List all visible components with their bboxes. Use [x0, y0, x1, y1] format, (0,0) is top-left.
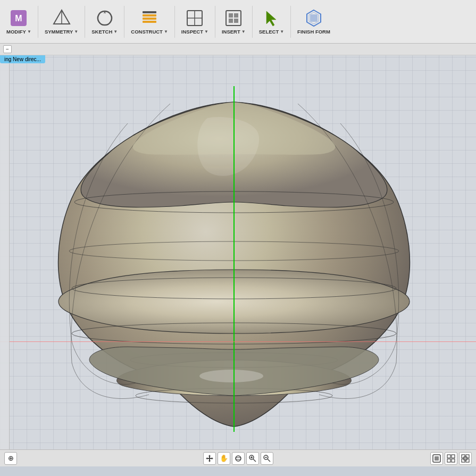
- select-tool[interactable]: SELECT ▼: [255, 6, 288, 37]
- main-toolbar: M MODIFY ▼ SYMMETRY ▼: [0, 0, 476, 44]
- svg-rect-6: [143, 21, 156, 23]
- svg-rect-40: [452, 455, 455, 458]
- pan-icon[interactable]: ✋: [218, 452, 230, 465]
- svg-line-35: [268, 459, 270, 462]
- svg-text:M: M: [15, 14, 22, 23]
- orbit-icon[interactable]: [232, 452, 245, 465]
- symmetry-tool[interactable]: SYMMETRY ▼: [40, 6, 82, 37]
- inspect-icon: [185, 9, 204, 28]
- sketch-label: SKETCH ▼: [91, 29, 118, 35]
- svg-line-31: [253, 459, 256, 462]
- insert-icon: [224, 9, 243, 28]
- svg-rect-42: [452, 459, 455, 462]
- modify-label: MODIFY ▼: [6, 29, 31, 35]
- sketch-tool[interactable]: SKETCH ▼: [87, 6, 122, 37]
- svg-rect-38: [435, 456, 439, 461]
- svg-point-27: [199, 370, 263, 382]
- construct-icon: [140, 9, 159, 28]
- inspect-tool[interactable]: INSPECT ▼: [177, 6, 213, 37]
- symmetry-label: SYMMETRY ▼: [45, 29, 78, 35]
- 3d-shape: [43, 86, 425, 432]
- zoom-fit-icon[interactable]: [261, 452, 273, 465]
- left-panel: [0, 55, 10, 460]
- select-icon: [262, 9, 281, 28]
- svg-rect-11: [226, 11, 241, 26]
- sep4: [174, 6, 175, 38]
- status-bar: ⊕ ✋: [0, 449, 476, 466]
- construct-tool[interactable]: CONSTRUCT ▼: [127, 6, 172, 37]
- svg-rect-14: [229, 19, 233, 23]
- svg-rect-7: [143, 11, 156, 13]
- vertical-axis: [233, 86, 235, 432]
- svg-rect-13: [234, 13, 238, 18]
- notification-bar: ing New direc...: [0, 55, 45, 63]
- display-mode-icon[interactable]: [430, 452, 443, 465]
- svg-rect-12: [229, 13, 233, 18]
- sep3: [124, 6, 124, 38]
- insert-tool[interactable]: INSERT ▼: [218, 6, 250, 37]
- move-icon[interactable]: [203, 452, 216, 465]
- grid-toggle-icon[interactable]: [445, 452, 457, 465]
- sep7: [290, 6, 291, 38]
- svg-marker-16: [266, 11, 276, 26]
- select-label: SELECT ▼: [259, 29, 284, 35]
- svg-point-28: [236, 456, 241, 461]
- status-plus-icon[interactable]: ⊕: [4, 452, 17, 465]
- finish-form-label: FINISH FORM: [297, 29, 330, 35]
- insert-label: INSERT ▼: [222, 29, 246, 35]
- sep1: [38, 6, 38, 38]
- horizontal-axis: [0, 341, 476, 342]
- canvas-area[interactable]: − ing New direc...: [0, 44, 476, 466]
- sketch-icon: [95, 9, 114, 28]
- finish-form-icon: [304, 9, 323, 28]
- sep2: [85, 6, 85, 38]
- sep5: [215, 6, 215, 38]
- more-icons[interactable]: [459, 452, 472, 465]
- svg-rect-18: [310, 14, 318, 22]
- symmetry-icon: [52, 9, 71, 28]
- collapse-button[interactable]: −: [3, 45, 12, 53]
- modify-icon: M: [9, 9, 28, 28]
- zoom-icon[interactable]: [246, 452, 259, 465]
- svg-rect-4: [143, 14, 156, 16]
- svg-rect-47: [464, 457, 467, 460]
- inspect-label: INSPECT ▼: [181, 29, 208, 35]
- svg-point-29: [236, 457, 241, 460]
- svg-rect-41: [447, 459, 450, 462]
- construct-label: CONSTRUCT ▼: [131, 29, 168, 35]
- svg-rect-5: [143, 18, 156, 20]
- finish-form-tool[interactable]: FINISH FORM: [293, 6, 335, 37]
- svg-rect-39: [447, 455, 450, 458]
- modify-tool[interactable]: M MODIFY ▼: [2, 6, 36, 37]
- sub-toolbar: −: [0, 44, 476, 55]
- sep6: [252, 6, 253, 38]
- svg-rect-15: [234, 19, 238, 23]
